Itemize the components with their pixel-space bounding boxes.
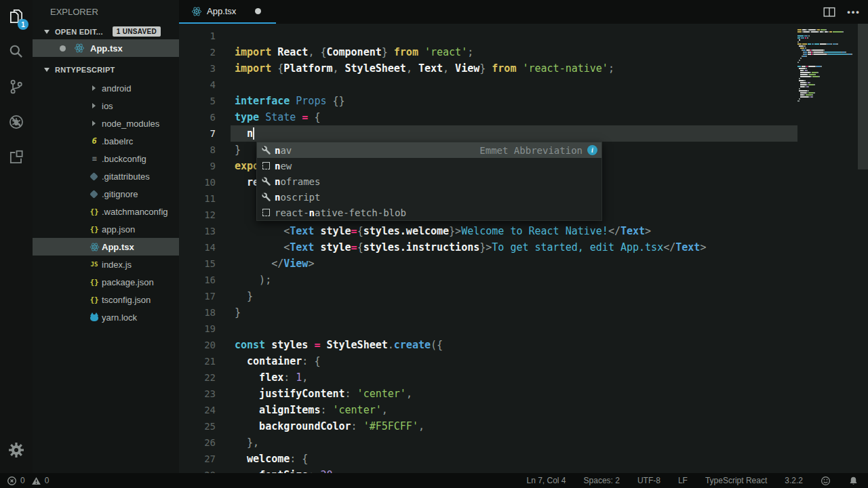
debug-activity-button[interactable] [0, 106, 33, 141]
line-number: 5 [179, 93, 216, 109]
more-actions-button[interactable]: ••• [845, 3, 863, 21]
notifications-bell-button[interactable] [848, 476, 859, 486]
file-name: .gitattributes [90, 171, 150, 182]
code-line[interactable]: 1 [179, 28, 868, 44]
code-line[interactable]: 16 ); [179, 272, 868, 288]
warning-count[interactable]: 0 [45, 476, 50, 485]
buck-file-icon: ≡ [89, 154, 100, 163]
code-line[interactable]: 27 welcome: { [179, 451, 868, 467]
explorer-badge: 1 [18, 19, 28, 30]
status-item[interactable]: LF [678, 476, 688, 485]
code-line[interactable]: 22 flex: 1, [179, 369, 868, 386]
line-number: 14 [179, 239, 216, 256]
code-line[interactable]: 17 } [179, 288, 868, 304]
code-line[interactable]: 20const styles = StyleSheet.create({ [179, 337, 868, 353]
tab-modified-dot-icon[interactable] [255, 8, 261, 14]
code-line[interactable]: 7 n [179, 125, 868, 142]
explorer-activity-button[interactable]: 1 [0, 0, 33, 35]
code-line[interactable]: 21 container: { [179, 353, 868, 369]
file-tree-item-android[interactable]: android [33, 79, 179, 97]
code-line[interactable]: 15 </View> [179, 256, 868, 272]
scrollbar-slider[interactable] [858, 24, 868, 169]
file-tree-item-index-js[interactable]: JSindex.js [33, 256, 179, 273]
line-number: 20 [179, 337, 216, 353]
status-item[interactable]: Ln 7, Col 4 [526, 476, 566, 485]
extensions-activity-button[interactable] [0, 141, 33, 176]
json-file-icon: {} [89, 296, 100, 304]
code-line[interactable]: 13 <Text style={styles.welcome}>Welcome … [179, 223, 868, 239]
file-tree-item-ios[interactable]: ios [33, 97, 179, 115]
tab-app-tsx[interactable]: App.tsx [179, 0, 276, 24]
line-number: 25 [179, 418, 216, 434]
code-line[interactable]: 19 [179, 321, 868, 337]
file-tree-item-tsconfig-json[interactable]: {}tsconfig.json [33, 291, 179, 308]
code-line[interactable]: 4 [179, 77, 868, 93]
settings-gear-button[interactable] [0, 438, 33, 465]
source-control-activity-button[interactable] [0, 70, 33, 106]
file-tree-item--babelrc[interactable]: 6.babelrc [33, 132, 179, 150]
line-text: backgroundColor: '#F5FCFF', [235, 418, 425, 434]
file-tree-item-app-json[interactable]: {}app.json [33, 220, 179, 238]
suggest-item-react-native-fetch-blob[interactable]: react-native-fetch-blob [257, 205, 601, 220]
status-item[interactable]: TypeScript React [705, 476, 767, 485]
suggest-item-noscript[interactable]: noscript [257, 189, 601, 205]
file-tree-item--watchmanconfig[interactable]: {}.watchmanconfig [33, 203, 179, 220]
minimap[interactable] [797, 27, 856, 102]
code-line[interactable]: 26 }, [179, 434, 868, 451]
code-line[interactable]: 14 <Text style={styles.instructions}>To … [179, 239, 868, 256]
project-section-header[interactable]: RNTYPESCRIPT [33, 61, 179, 78]
line-number: 18 [179, 304, 216, 321]
line-number: 6 [179, 109, 216, 125]
warnings-button[interactable] [31, 476, 41, 486]
line-text: welcome: { [235, 451, 308, 467]
line-number: 15 [179, 256, 216, 272]
file-name: .watchmanconfig [90, 207, 168, 217]
suggest-item-new[interactable]: new [257, 158, 601, 174]
code-line[interactable]: 18} [179, 304, 868, 321]
code-line[interactable]: 24 alignItems: 'center', [179, 402, 868, 418]
code-line[interactable]: 2import React, {Component} from 'react'; [179, 44, 868, 60]
error-count[interactable]: 0 [20, 476, 25, 485]
code-line[interactable]: 28 fontSize: 20, [179, 467, 868, 473]
code-line[interactable]: 5interface Props {} [179, 93, 868, 109]
line-number: 11 [179, 190, 216, 207]
code-line[interactable]: 23 justifyContent: 'center', [179, 386, 868, 402]
code-line[interactable]: 3import {Platform, StyleSheet, Text, Vie… [179, 60, 868, 77]
file-tree-item-node-modules[interactable]: node_modules [33, 115, 179, 132]
file-tree-item-package-json[interactable]: {}package.json [33, 273, 179, 291]
line-text: fontSize: 20, [235, 467, 339, 473]
line-text: justifyContent: 'center', [235, 386, 412, 402]
line-text: alignItems: 'center', [235, 402, 388, 418]
file-tree-item--gitignore[interactable]: .gitignore [33, 185, 179, 203]
unsaved-count-badge: 1 UNSAVED [113, 26, 161, 37]
react-file-icon [74, 43, 85, 54]
wrench-icon [260, 176, 272, 188]
code-line[interactable]: 6type State = { [179, 109, 868, 125]
line-number: 21 [179, 353, 216, 369]
status-item[interactable]: Spaces: 2 [584, 476, 620, 485]
problems-button[interactable] [7, 476, 17, 486]
status-item[interactable]: UTF-8 [637, 476, 660, 485]
open-editor-item[interactable]: App.tsx [33, 39, 179, 57]
line-text: type State = { [235, 109, 320, 125]
search-activity-button[interactable] [0, 35, 33, 70]
code-editor[interactable]: 12import React, {Component} from 'react'… [179, 24, 868, 473]
open-editors-section-header[interactable]: OPEN EDIT... 1 UNSAVED [33, 24, 179, 39]
line-text: interface Props {} [235, 93, 345, 109]
editor-group: App.tsx ••• 12import React, {Component} … [179, 0, 868, 473]
code-line[interactable]: 25 backgroundColor: '#F5FCFF', [179, 418, 868, 434]
file-tree-item--gitattributes[interactable]: .gitattributes [33, 167, 179, 185]
split-editor-button[interactable] [821, 3, 838, 21]
suggest-item-noframes[interactable]: noframes [257, 174, 601, 189]
feedback-smiley-button[interactable] [821, 476, 831, 486]
file-tree-item-yarn-lock[interactable]: yarn.lock [33, 308, 179, 326]
babel-file-icon: 6 [89, 136, 100, 146]
line-text: import React, {Component} from 'react'; [235, 44, 473, 60]
suggest-item-nav[interactable]: navEmmet Abbreviationi [257, 142, 601, 158]
file-tree-item--buckconfig[interactable]: ≡.buckconfig [33, 150, 179, 167]
line-text: const styles = StyleSheet.create({ [235, 337, 443, 353]
info-icon[interactable]: i [587, 145, 597, 155]
status-item[interactable]: 3.2.2 [785, 476, 803, 485]
line-number: 9 [179, 158, 216, 174]
file-tree-item-app-tsx[interactable]: App.tsx [33, 238, 179, 256]
